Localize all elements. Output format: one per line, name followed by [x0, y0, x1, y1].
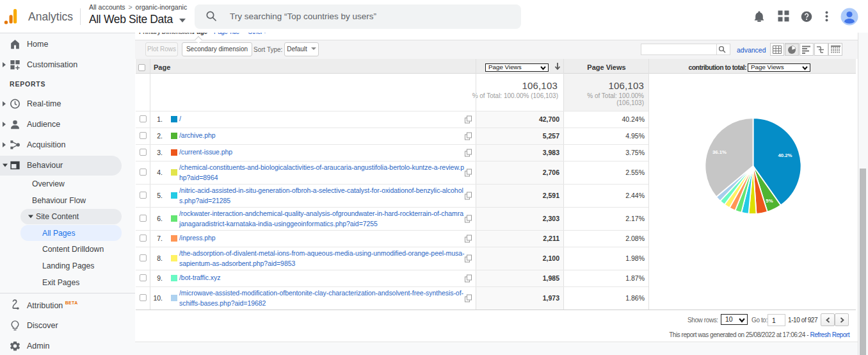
svg-text:5%: 5% [766, 198, 773, 204]
svg-text:40.2%: 40.2% [778, 153, 792, 158]
svg-text:36.1%: 36.1% [712, 149, 727, 155]
